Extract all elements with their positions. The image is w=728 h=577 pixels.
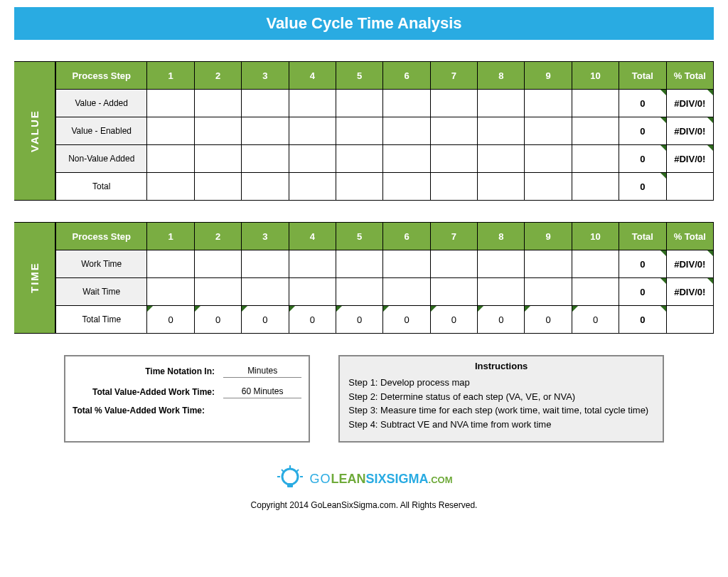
col-step-7: 7 (430, 223, 477, 250)
cell[interactable] (336, 90, 382, 117)
cell[interactable] (383, 278, 430, 306)
cell[interactable] (430, 278, 477, 306)
row-label: Work Time (56, 250, 147, 278)
cell: 0 (430, 306, 477, 334)
cell[interactable] (336, 250, 382, 278)
cell[interactable] (572, 117, 619, 145)
cell[interactable] (289, 145, 336, 173)
cell[interactable] (242, 117, 289, 145)
col-step-10: 10 (572, 62, 619, 90)
cell[interactable] (430, 90, 477, 117)
cell[interactable] (194, 278, 241, 306)
value-section: VALUE Process Step 1 2 3 4 5 6 7 8 9 10 … (14, 61, 714, 201)
cell (242, 173, 289, 201)
cell[interactable] (572, 145, 619, 173)
time-side-label: TIME (14, 222, 55, 334)
logo-text: GOLEANSIXSIGMA.COM (310, 472, 453, 487)
cell (289, 173, 336, 201)
cell[interactable] (572, 90, 619, 117)
time-notation-value[interactable]: Minutes (223, 364, 301, 378)
col-step-9: 9 (525, 223, 572, 250)
cell[interactable] (430, 250, 477, 278)
cell[interactable] (147, 250, 194, 278)
cell[interactable] (572, 278, 619, 306)
cell[interactable] (525, 250, 572, 278)
cell[interactable] (194, 117, 241, 145)
pct-cell: #DIV/0! (666, 278, 713, 306)
cell[interactable] (194, 145, 241, 173)
cell[interactable] (478, 250, 525, 278)
cell[interactable] (242, 250, 289, 278)
page-title: Value Cycle Time Analysis (14, 7, 714, 40)
row-label: Total (56, 173, 147, 201)
instructions-header: Instructions (348, 361, 654, 371)
value-header-row: Process Step 1 2 3 4 5 6 7 8 9 10 Total … (56, 62, 714, 90)
summary-box: Time Notation In: Minutes Total Value-Ad… (64, 355, 310, 443)
cell[interactable] (478, 90, 525, 117)
cell (383, 173, 430, 201)
cell[interactable] (478, 117, 525, 145)
instructions-box: Instructions Step 1: Develop process map… (338, 355, 664, 443)
cell (430, 173, 477, 201)
cell[interactable] (478, 278, 525, 306)
value-table: Process Step 1 2 3 4 5 6 7 8 9 10 Total … (55, 61, 714, 201)
cell[interactable] (572, 250, 619, 278)
cell[interactable] (289, 117, 336, 145)
cell[interactable] (383, 250, 430, 278)
instruction-step: Step 1: Develop process map (348, 376, 654, 390)
total-cell: 0 (619, 145, 666, 173)
col-step-6: 6 (383, 62, 430, 90)
cell[interactable] (525, 278, 572, 306)
cell: 0 (572, 306, 619, 334)
cell[interactable] (336, 278, 382, 306)
cell[interactable] (289, 90, 336, 117)
col-step-6: 6 (383, 223, 430, 250)
cell[interactable] (383, 117, 430, 145)
footer: GOLEANSIXSIGMA.COM Copyright 2014 GoLean… (7, 464, 721, 510)
cell[interactable] (430, 145, 477, 173)
total-cell: 0 (619, 278, 666, 306)
cell[interactable] (147, 90, 194, 117)
cell[interactable] (147, 278, 194, 306)
pct-cell: #DIV/0! (666, 145, 713, 173)
pct-cell: #DIV/0! (666, 250, 713, 278)
col-step-5: 5 (336, 62, 382, 90)
cell[interactable] (289, 278, 336, 306)
table-row: Total 0 (56, 173, 714, 201)
cell[interactable] (525, 117, 572, 145)
col-step-1: 1 (147, 223, 194, 250)
cell[interactable] (194, 90, 241, 117)
time-notation-label: Time Notation In: (73, 366, 223, 376)
cell (147, 173, 194, 201)
cell[interactable] (336, 117, 382, 145)
copyright: Copyright 2014 GoLeanSixSigma.com. All R… (7, 500, 721, 510)
cell[interactable] (289, 250, 336, 278)
svg-line-5 (282, 470, 284, 472)
col-pct-total: % Total (666, 223, 713, 250)
cell[interactable] (430, 117, 477, 145)
svg-line-6 (296, 470, 299, 472)
svg-point-0 (282, 469, 298, 485)
cell[interactable] (242, 145, 289, 173)
cell[interactable] (383, 145, 430, 173)
col-step-10: 10 (572, 223, 619, 250)
pct-cell: #DIV/0! (666, 90, 713, 117)
col-total: Total (619, 223, 666, 250)
cell[interactable] (194, 250, 241, 278)
cell[interactable] (147, 117, 194, 145)
cell[interactable] (336, 145, 382, 173)
col-step-3: 3 (242, 62, 289, 90)
row-label: Wait Time (56, 278, 147, 306)
cell[interactable] (478, 145, 525, 173)
cell[interactable] (383, 90, 430, 117)
cell[interactable] (525, 90, 572, 117)
time-section: TIME Process Step 1 2 3 4 5 6 7 8 9 10 T… (14, 222, 714, 334)
cell[interactable] (242, 90, 289, 117)
table-row: Wait Time 0 #DIV/0! (56, 278, 714, 306)
pct-cell (666, 306, 713, 334)
table-row: Value - Added 0 #DIV/0! (56, 90, 714, 117)
cell[interactable] (525, 145, 572, 173)
pct-cell (666, 173, 713, 201)
cell[interactable] (147, 145, 194, 173)
cell[interactable] (242, 278, 289, 306)
